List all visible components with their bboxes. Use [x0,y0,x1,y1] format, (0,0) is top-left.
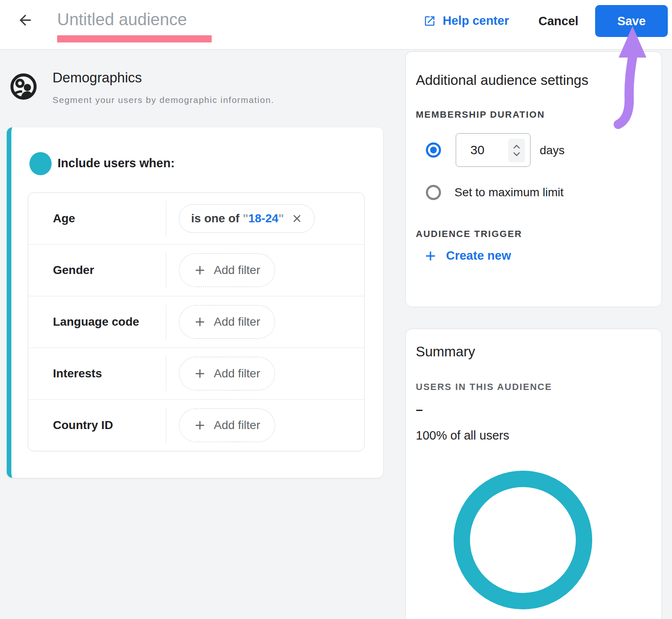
help-center-label: Help center [443,14,509,28]
age-filter-chip[interactable]: is one of "18-24" [179,204,315,233]
help-center-link[interactable]: Help center [423,14,509,28]
plus-icon [194,419,206,432]
users-count-value: – [416,403,423,417]
filter-row-interests: Interests Add filter [28,348,364,399]
duration-value: 30 [470,143,484,157]
add-filter-button[interactable]: Add filter [179,305,275,339]
percent-of-users-label: 100% of all users [416,429,509,443]
open-in-new-icon [423,15,436,27]
summary-card-title: Summary [416,344,475,360]
settings-card-title: Additional audience settings [416,72,588,88]
save-button[interactable]: Save [595,5,668,37]
section-subtitle: Segment your users by demographic inform… [52,95,274,105]
stepper-control[interactable] [508,139,525,162]
audience-builder-page: Untitled audience Help center Cancel Sav… [0,0,672,619]
additional-settings-card [405,51,662,307]
dimension-label: Age [28,193,166,244]
duration-days-radio[interactable] [426,142,441,158]
title-underline [57,35,212,42]
dimension-label: Country ID [28,400,166,451]
dimension-label: Interests [28,348,166,399]
plus-icon [194,367,206,380]
save-button-label: Save [617,14,646,28]
add-filter-button[interactable]: Add filter [179,253,275,287]
audience-trigger-label: AUDIENCE TRIGGER [416,229,522,240]
plus-icon [194,316,206,328]
audience-donut-chart [454,471,592,609]
close-icon[interactable] [291,213,302,224]
include-condition-dot [29,152,52,175]
add-filter-button[interactable]: Add filter [179,408,275,442]
filter-row-language-code: Language code Add filter [28,296,364,348]
membership-duration-label: MEMBERSHIP DURATION [416,109,545,120]
duration-unit-label: days [540,144,564,157]
chevron-up-icon [513,144,520,149]
section-title: Demographics [52,70,142,86]
include-heading: Include users when: [58,156,175,170]
filter-row-gender: Gender Add filter [28,244,364,296]
filter-row-age: Age is one of "18-24" [28,193,364,244]
dimension-label: Gender [28,245,166,296]
max-limit-radio[interactable] [426,185,441,200]
dimension-filters-table: Age is one of "18-24" Gender Add filter [28,192,365,451]
audience-title-field[interactable]: Untitled audience [57,10,187,29]
plus-icon [194,264,206,277]
add-filter-button[interactable]: Add filter [179,357,275,390]
cancel-button[interactable]: Cancel [538,14,578,28]
topbar: Untitled audience Help center Cancel Sav… [0,0,672,50]
duration-input[interactable]: 30 [456,133,530,167]
users-in-audience-label: USERS IN THIS AUDIENCE [416,382,552,392]
plus-icon [424,250,437,262]
demographics-icon [9,72,38,103]
filter-row-country-id: Country ID Add filter [28,399,364,451]
chevron-down-icon [513,152,520,157]
back-arrow-icon [17,12,34,30]
back-button[interactable] [16,12,34,30]
max-limit-label: Set to maximum limit [454,186,564,199]
dimension-label: Language code [28,296,166,348]
chip-condition-text: is one of "18-24" [191,212,284,225]
create-new-trigger-button[interactable]: Create new [424,249,511,263]
